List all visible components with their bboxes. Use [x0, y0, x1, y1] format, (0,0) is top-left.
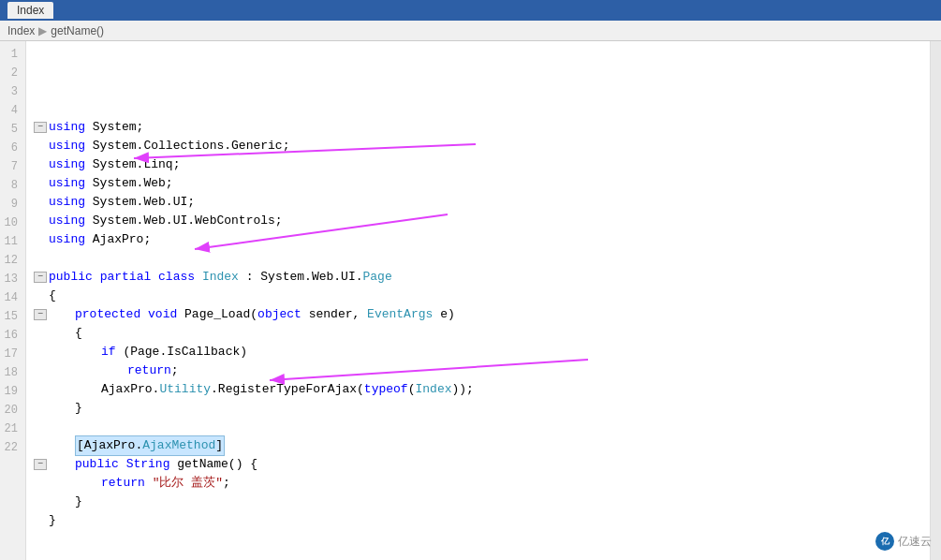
breadcrumb-right: getName()	[51, 24, 104, 37]
token: public	[49, 268, 93, 287]
collapse-icon-19[interactable]: −	[34, 459, 47, 470]
code-line-19: −public String getName() {	[34, 455, 922, 474]
line-number-12: 12	[4, 251, 22, 270]
code-area: 12345678910111213141516171819202122 −usi…	[0, 41, 941, 560]
token: if	[101, 343, 116, 361]
collapse-icon-6	[34, 215, 47, 227]
token: }	[75, 399, 82, 418]
code-lines[interactable]: −using System;using System.Collections.G…	[26, 41, 930, 560]
code-line-5: using System.Web.UI;	[34, 193, 922, 212]
token: System;	[85, 118, 143, 137]
collapse-icon-5	[34, 197, 47, 208]
token: AjaxPro.	[101, 380, 159, 399]
token: String	[126, 455, 170, 474]
collapse-icon-10	[34, 290, 47, 302]
token: System.Linq;	[85, 155, 180, 174]
line-number-1: 1	[4, 45, 22, 64]
breadcrumb-bar: Index ▶ getName()	[0, 21, 941, 41]
token: using	[49, 174, 85, 193]
collapse-icon-14	[34, 365, 47, 376]
code-line-10: {	[34, 287, 922, 305]
collapse-icon-9[interactable]: −	[34, 272, 47, 283]
code-content: 12345678910111213141516171819202122 −usi…	[0, 41, 941, 560]
token: e)	[433, 305, 454, 324]
line-number-18: 18	[4, 363, 22, 382]
collapse-icon-18	[34, 440, 47, 451]
line-number-5: 5	[4, 120, 22, 139]
code-line-3: using System.Linq;	[34, 155, 922, 174]
tab-index[interactable]: Index	[7, 2, 53, 19]
token: (Page.IsCallback)	[116, 343, 247, 361]
token: Index	[415, 380, 451, 399]
line-number-16: 16	[4, 326, 22, 345]
collapse-icon-7	[34, 234, 47, 245]
line-number-20: 20	[4, 401, 22, 420]
token: protected	[75, 305, 140, 324]
code-line-4: using System.Web;	[34, 174, 922, 193]
line-numbers: 12345678910111213141516171819202122	[0, 41, 26, 560]
code-line-6: using System.Web.UI.WebControls;	[34, 212, 922, 230]
collapse-icon-20	[34, 478, 47, 489]
breadcrumb-separator: ▶	[38, 24, 47, 37]
token: AjaxPro;	[85, 230, 151, 249]
code-line-16: }	[34, 399, 922, 418]
collapse-icon-1[interactable]: −	[34, 122, 47, 133]
code-line-12: {	[34, 324, 922, 343]
token	[151, 268, 158, 287]
code-line-7: using AjaxPro;	[34, 230, 922, 249]
token: void	[148, 305, 177, 324]
collapse-icon-21	[34, 496, 47, 508]
token: return	[101, 474, 145, 493]
token: Index	[202, 268, 239, 287]
line-number-4: 4	[4, 101, 22, 120]
watermark-logo: 亿	[875, 532, 894, 551]
token: typeof	[364, 380, 408, 399]
token: EventArgs	[367, 305, 433, 324]
code-line-18: [AjaxPro.AjaxMethod]	[34, 436, 922, 455]
line-number-6: 6	[4, 139, 22, 157]
token: Page_Load(	[177, 305, 257, 324]
token: using	[49, 137, 85, 155]
code-line-8	[34, 249, 922, 268]
scrollbar[interactable]	[930, 41, 941, 560]
watermark-text: 亿速云	[898, 534, 932, 550]
ajax-method-attr: [AjaxPro.AjaxMethod]	[75, 435, 225, 456]
token: .RegisterTypeForAjax(	[211, 380, 364, 399]
token: ;	[223, 474, 230, 493]
line-number-22: 22	[4, 438, 22, 457]
token: System.Web.UI;	[85, 193, 195, 212]
line-number-8: 8	[4, 176, 22, 195]
token	[140, 305, 148, 324]
line-number-14: 14	[4, 288, 22, 307]
line-number-21: 21	[4, 420, 22, 438]
token	[119, 455, 126, 474]
token: sender,	[301, 305, 367, 324]
title-bar-left: Index	[7, 2, 934, 19]
token: ;	[171, 361, 179, 380]
token: return	[127, 361, 171, 380]
line-number-2: 2	[4, 64, 22, 82]
code-line-1: −using System;	[34, 118, 922, 137]
token: "比尔 盖茨"	[153, 474, 223, 493]
token	[93, 268, 100, 287]
title-bar: Index	[0, 0, 941, 21]
code-line-17	[34, 418, 922, 436]
line-number-11: 11	[4, 232, 22, 251]
breadcrumb-left: Index	[7, 24, 35, 37]
token: ));	[452, 380, 474, 399]
collapse-icon-11[interactable]: −	[34, 309, 47, 320]
token: using	[49, 230, 85, 249]
collapse-icon-15	[34, 384, 47, 395]
token: using	[49, 155, 85, 174]
code-line-14: return;	[34, 361, 922, 380]
line-number-3: 3	[4, 82, 22, 101]
token: using	[49, 193, 85, 212]
collapse-icon-12	[34, 328, 47, 339]
token: }	[75, 493, 82, 511]
code-line-2: using System.Collections.Generic;	[34, 137, 922, 155]
token: {	[75, 324, 82, 343]
line-number-7: 7	[4, 157, 22, 176]
collapse-icon-22	[34, 515, 47, 526]
collapse-icon-4	[34, 178, 47, 189]
line-number-17: 17	[4, 345, 22, 363]
